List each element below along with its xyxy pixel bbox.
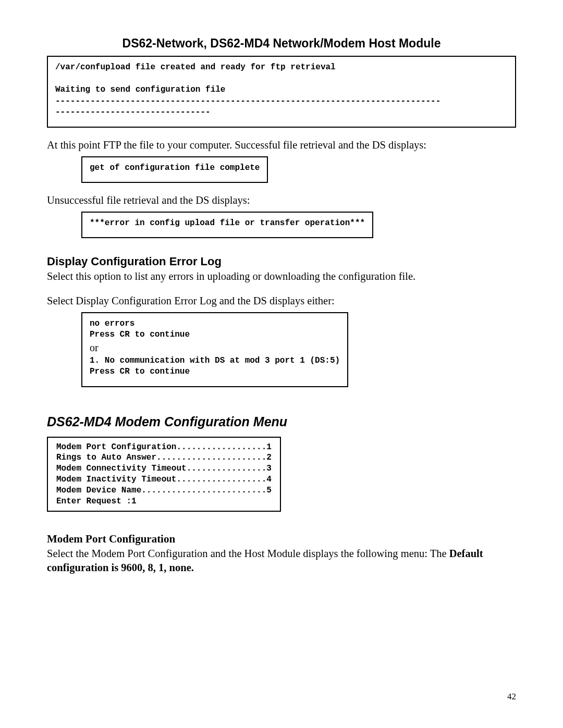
code-line: /var/confupload file created and ready f… [55, 63, 336, 72]
subsection-heading-modem-port: Modem Port Configuration [47, 533, 516, 546]
terminal-output-error-log: no errors Press CR to continue or 1. No … [81, 312, 348, 387]
menu-item: Rings to Auto Answer....................… [56, 453, 272, 462]
code-line: Press CR to continue [90, 367, 190, 376]
body-paragraph: Select this option to list any errors in… [47, 269, 516, 283]
page-title: DS62-Network, DS62-MD4 Network/Modem Hos… [47, 36, 516, 51]
code-line: Waiting to send configuration file [55, 85, 225, 94]
body-paragraph: Select the Modem Port Configuration and … [47, 547, 516, 574]
document-page: DS62-Network, DS62-MD4 Network/Modem Hos… [0, 0, 563, 728]
page-number: 42 [507, 692, 516, 702]
menu-prompt: Enter Request :1 [56, 497, 137, 506]
terminal-output-error: ***error in config upload file or transf… [81, 212, 373, 239]
code-line-dashes: ------------------------------- [55, 107, 211, 117]
code-line: ***error in config upload file or transf… [90, 218, 365, 228]
code-line: get of configuration file complete [90, 163, 260, 172]
code-line: Press CR to continue [90, 330, 190, 339]
code-line: 1. No communication with DS at mod 3 por… [90, 356, 340, 365]
section-heading-modem-config: DS62-MD4 Modem Configuration Menu [47, 414, 516, 429]
menu-item: Modem Inactivity Timeout................… [56, 475, 272, 484]
body-paragraph: Unsuccessful file retrieval and the DS d… [47, 193, 516, 207]
terminal-output-get-complete: get of configuration file complete [81, 156, 268, 183]
body-paragraph: Select Display Configuration Error Log a… [47, 294, 516, 308]
menu-item: Modem Connectivity Timeout..............… [56, 464, 272, 473]
code-line: no errors [90, 319, 134, 328]
menu-item: Modem Device Name.......................… [56, 486, 272, 495]
body-paragraph: At this point FTP the file to your compu… [47, 138, 516, 152]
section-heading-error-log: Display Configuration Error Log [47, 255, 516, 268]
modem-config-menu: Modem Port Configuration................… [47, 437, 281, 512]
menu-item: Modem Port Configuration................… [56, 442, 272, 452]
terminal-output-confupload: /var/confupload file created and ready f… [47, 56, 516, 128]
code-line-or: or [90, 342, 99, 353]
code-line-dashes: ----------------------------------------… [55, 96, 440, 106]
body-text: Select the Modem Port Configuration and … [47, 548, 449, 559]
